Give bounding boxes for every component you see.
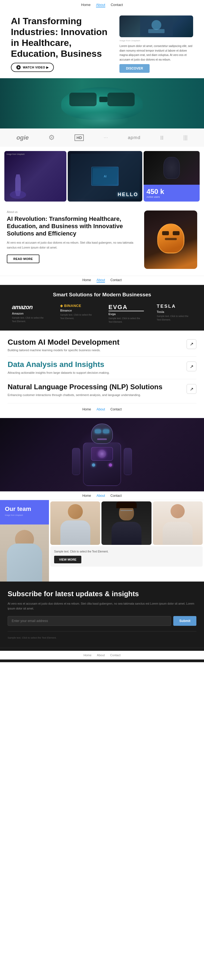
vr-banner [0,78,204,129]
logo-hd: HD [74,134,84,141]
hero-image-caption: Image from Unsplash [119,40,193,42]
image-grid-section: Image from Unsplash AI HELLO 450 k Activ… [0,147,204,204]
evga-name: Evga [109,312,144,316]
binance-logo: ◈ BINANCE [60,304,95,308]
services-section: Custom AI Model Development Building tai… [0,331,204,418]
team-nav-contact[interactable]: Contact [111,494,122,498]
tesla-desc: Sample text. Click to select the Text El… [157,315,192,321]
svg-rect-2 [148,29,165,33]
team-photo-2 [101,501,151,545]
services-nav-home[interactable]: Home [82,407,91,411]
services-nav: Home About Contact [8,403,196,413]
service-item-1: Custom AI Model Development Building tai… [8,338,196,353]
logo-apmd: apmd [128,135,141,140]
hero-body-text: Lorem ipsum dolor sit amet, consectetur … [119,44,193,62]
grid-image-middle: AI HELLO [68,151,142,202]
services-nav-about[interactable]: About [96,407,105,411]
logo-bb: ⁞⁞ [160,134,164,141]
service-desc-3: Enhancing customer interactions through … [8,393,162,398]
about-nav-home[interactable]: Home [82,278,91,283]
service-link-btn-2[interactable]: ↗ [186,361,196,371]
about-nav-about[interactable]: About [96,278,105,283]
partners-section: Smart Solutions for Modern Businesses am… [0,285,204,331]
read-more-button[interactable]: READ MORE [7,255,39,263]
service-item-2: Data Analysis and Insights Attracting ac… [8,360,196,375]
about-nav: Home About Contact [0,276,204,285]
hero-section: AI Transforming Industries: Innovation i… [0,10,204,75]
active-label: Active users [146,196,197,198]
about-nav-contact[interactable]: Contact [111,278,122,283]
logos-section: ogie ⚙ HD ⋯ apmd ⁞⁞ ||| [0,129,204,147]
hero-title: AI Transforming Industries: Innovation i… [11,16,114,59]
our-team-label: Our team Image from Unsplash [0,500,49,525]
subscribe-submit-button[interactable]: Submit [173,616,196,626]
nav-contact[interactable]: Contact [111,3,123,7]
service-item-3: Natural Language Processing (NLP) Soluti… [8,383,196,398]
subscribe-text: At vero eos et accusam et justo duo dolo… [8,601,196,611]
hero-image [119,16,193,37]
binance-desc: Sample text. Click to select the Text El… [60,313,95,320]
logo-tri: ||| [183,134,188,141]
service-link-btn-1[interactable]: ↗ [186,339,196,349]
team-photo-3 [153,501,202,545]
footer-nav-contact[interactable]: Contact [110,654,120,657]
partner-tesla: TESLA Tesla Sample text. Click to select… [157,304,192,324]
partners-title: Smart Solutions for Modern Businesses [7,292,197,298]
about-robot-image [144,210,197,269]
nav-home[interactable]: Home [81,3,91,7]
partner-binance: ◈ BINANCE Binance Sample text. Click to … [60,304,95,324]
team-image-caption: Image from Unsplash [5,514,44,516]
partner-amazon: amazon Amazon Sample text. Click to sele… [12,304,47,324]
about-section: About us AI Revolution: Transforming Hea… [0,204,204,276]
play-icon [16,65,21,70]
binance-name: Binance [60,309,95,312]
subscribe-email-input[interactable] [8,616,171,626]
grid-image-right: 450 k Active users [144,151,200,202]
team-section: Home About Contact Our team Image from U… [0,492,204,582]
about-title: AI Revolution: Transforming Healthcare, … [7,215,139,237]
partner-evga: EVGA Evga Sample text. Click to select t… [109,304,144,324]
footer-nav: Home About Contact [0,651,204,660]
service-title-1: Custom AI Model Development [8,338,119,346]
robot-banner [0,418,204,492]
svg-point-1 [151,20,161,30]
subscribe-bottom-text: Sample text. Click to select the Text El… [8,636,56,639]
tesla-logo: TESLA [157,304,192,309]
subscribe-section: Subscribe for latest updates & insights … [0,582,204,648]
grid-caption-left: Image from Unsplash [6,153,25,155]
team-nav-home[interactable]: Home [82,494,91,498]
main-nav: Home About Contact [0,0,204,10]
service-title-3: Natural Language Processing (NLP) Soluti… [8,383,162,391]
logo-ogie: ogie [16,134,29,141]
tesla-name: Tesla [157,310,192,313]
team-photo-main [0,525,49,582]
discover-button[interactable]: DISCOVER [119,64,149,73]
about-text: At vero eos et accusam et justo duo dolo… [7,240,139,250]
amazon-name: Amazon [12,312,47,315]
active-count: 450 k [146,188,197,195]
team-nav-about[interactable]: About [96,494,105,498]
view-more-button[interactable]: VIEW MORE [54,556,81,563]
footer-nav-home[interactable]: Home [84,654,92,657]
amazon-logo: amazon [12,304,47,311]
team-sample-text: Sample text. Click to select the Text El… [54,549,199,554]
amazon-desc: Sample text. Click to select the Text El… [12,316,47,323]
service-desc-2: Attracting actionable insights from larg… [8,371,109,375]
evga-logo: EVGA [109,304,144,311]
services-nav-contact[interactable]: Contact [111,407,122,411]
service-link-btn-3[interactable]: ↗ [186,384,196,394]
subscribe-title: Subscribe for latest updates & insights [8,590,196,598]
footer: Home About Contact [0,648,204,662]
grid-image-left: Image from Unsplash [4,151,66,202]
logo-gear: ⚙ [48,134,55,142]
evga-desc: Sample text. Click to select the Text El… [109,317,144,324]
hello-text: HELLO [117,192,138,197]
footer-nav-about[interactable]: About [97,654,105,657]
about-tag: About us [7,210,139,213]
watch-video-button[interactable]: WATCH VIDEO ▶ [11,63,54,72]
team-nav: Home About Contact [0,492,204,500]
team-photo-1 [50,501,100,545]
service-desc-1: Building tailored machine learning model… [8,348,119,353]
nav-about[interactable]: About [96,3,105,7]
logo-dots: ⋯ [104,135,108,140]
